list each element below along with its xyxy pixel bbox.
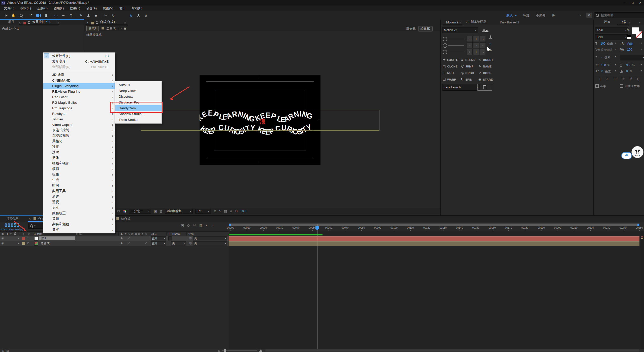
tab-paragraph[interactable]: 段落 xyxy=(601,20,613,25)
layer-name[interactable]: 空 1 xyxy=(39,236,75,240)
tab-duik-bassel-1[interactable]: Duik Bassel.1 xyxy=(497,21,522,25)
layer-trkmat-dropdown[interactable]: 无▾ xyxy=(171,241,186,245)
nav-forward-icon[interactable]: › xyxy=(121,26,122,30)
panel-menu-icon[interactable]: ≡ xyxy=(57,21,59,24)
graph-editor-icon[interactable]: ⊿ xyxy=(211,223,214,227)
panel-overflow-icon[interactable]: » xyxy=(639,21,640,24)
roto-brush-tool-icon[interactable]: ✄ xyxy=(103,12,109,18)
motion-button-null[interactable]: ⊡NULL xyxy=(442,71,455,75)
shy-layers-icon[interactable]: ☉ xyxy=(193,223,196,227)
baseline-shift-value[interactable]: 0 xyxy=(601,69,603,73)
fast-previews-icon[interactable]: ∿ xyxy=(219,209,221,213)
world-axis-mode-icon[interactable]: Y xyxy=(135,12,142,18)
menu-item[interactable]: 全部移除(R)Ctrl+Shift+E xyxy=(43,64,115,70)
active-camera-dropdown[interactable]: 活动摄像机▾ xyxy=(165,209,193,214)
eyedropper-icon[interactable]: ✐ xyxy=(626,28,630,31)
region-of-interest-icon[interactable]: ▣ xyxy=(154,209,157,213)
chevron-down-icon[interactable]: ▾ xyxy=(641,48,642,50)
menubar-item[interactable]: 文件(F) xyxy=(1,6,17,11)
submenu-item[interactable]: AutoFill xyxy=(115,82,162,88)
zoom-tool-icon[interactable] xyxy=(18,12,24,18)
layer-mode-dropdown[interactable]: 正常▾ xyxy=(151,241,166,245)
menu-item[interactable]: 扭曲› xyxy=(43,172,115,177)
workspace-overflow-icon[interactable]: » xyxy=(579,13,581,17)
workspace-item[interactable]: 小屏幕 xyxy=(536,13,545,18)
view-layout-dropdown[interactable]: 1个..▾ xyxy=(195,209,211,214)
submenu-item[interactable]: Discotext xyxy=(115,94,162,99)
menu-item[interactable]: 透视› xyxy=(43,199,115,205)
anchor-grid-cell[interactable]: ▫ xyxy=(473,42,479,48)
chevron-down-icon[interactable]: ▾ xyxy=(615,69,616,72)
layer-expand-icon[interactable]: ▸ xyxy=(18,236,20,240)
motion-button-orbit[interactable]: ◎ORBIT xyxy=(460,71,475,75)
anchor-grid-cell[interactable]: ⌐ xyxy=(467,36,473,42)
motion-button-warp[interactable]: ❏WARP xyxy=(442,78,456,81)
camera-tool-icon[interactable] xyxy=(35,12,42,18)
menu-item[interactable]: 过渡› xyxy=(43,144,115,150)
reset-exposure-icon[interactable]: ↻ xyxy=(235,209,238,213)
menubar-item[interactable]: 动画(A) xyxy=(83,6,100,11)
tsume-value[interactable]: 0 xyxy=(626,69,628,73)
menu-item[interactable]: 模糊和锐化› xyxy=(43,161,115,166)
menubar-item[interactable]: 窗口 xyxy=(116,6,129,11)
motion-button-clone[interactable]: ◫CLONE xyxy=(442,64,458,68)
all-caps-button[interactable]: TT xyxy=(613,77,617,81)
vertical-scrollbar[interactable] xyxy=(640,231,644,349)
hindi-digits-checkbox[interactable] xyxy=(620,84,623,88)
selection-tool-icon[interactable]: ➤ xyxy=(3,12,9,18)
faux-italic-button[interactable]: T xyxy=(606,77,608,81)
layer-row[interactable]: ◉▸2总合成♟／◇正常▾无▾@无▾ xyxy=(0,241,229,246)
ligatures-checkbox[interactable] xyxy=(595,84,599,88)
pixel-aspect-correction-icon[interactable]: ⊞ xyxy=(213,209,216,213)
layer-expand-icon[interactable]: ▸ xyxy=(18,241,20,245)
puppet-pin-tool-icon[interactable]: ⚲ xyxy=(110,12,117,18)
rocket-icon[interactable] xyxy=(489,35,493,41)
layer-color-swatch[interactable] xyxy=(22,242,25,245)
layer-duration-bar[interactable] xyxy=(229,241,639,246)
layer-switches-toggle-icon[interactable]: ◫ xyxy=(2,349,4,352)
motion-slider-1[interactable] xyxy=(443,37,464,41)
parent-pickwhip-icon[interactable]: @ xyxy=(189,241,192,244)
horizontal-scrollbar[interactable] xyxy=(265,349,639,351)
chevron-down-icon[interactable]: ▾ xyxy=(615,42,616,44)
menu-item[interactable]: 过时› xyxy=(43,150,115,155)
menu-item[interactable]: 音频› xyxy=(43,216,115,222)
motion-button-name[interactable]: ✎NAME xyxy=(478,64,492,68)
track-area[interactable] xyxy=(229,231,640,349)
task-launch-dropdown[interactable]: Task Launch▾ xyxy=(442,84,479,91)
chevron-down-icon[interactable]: ▾ xyxy=(641,63,642,66)
help-search-box[interactable] xyxy=(594,12,644,18)
rectangle-tool-icon[interactable]: ▭ xyxy=(53,12,59,18)
layer-duration-bar[interactable] xyxy=(229,236,639,241)
menu-item[interactable]: 颜色校正› xyxy=(43,210,115,216)
frame-blend-icon[interactable]: ▥ xyxy=(199,223,202,227)
timeline-button-icon[interactable]: ▤ xyxy=(224,209,227,213)
motion-button-burst[interactable]: ✳BURST xyxy=(478,58,493,62)
layer-quality-icon[interactable]: ／ xyxy=(127,236,130,240)
close-panel-icon[interactable]: ✕ xyxy=(19,21,21,24)
help-search-input[interactable] xyxy=(600,13,639,17)
menu-item[interactable]: 实用工具› xyxy=(43,188,115,194)
menu-item[interactable]: Plugin Everything› xyxy=(43,83,115,89)
layer-parent-dropdown[interactable]: 无▾ xyxy=(193,241,227,245)
anchor-grid-cell[interactable]: | xyxy=(473,36,479,42)
parent-pickwhip-icon[interactable]: @ xyxy=(189,236,192,239)
work-area-end-handle[interactable] xyxy=(637,224,639,226)
menu-item[interactable]: ✓效果控件(E)F3 xyxy=(43,53,115,59)
hand-tool-icon[interactable]: ✋ xyxy=(10,12,17,18)
flowchart-button-icon[interactable]: ♙ xyxy=(230,209,233,213)
panel-menu-icon[interactable]: ≡ xyxy=(459,21,461,24)
workspace-item[interactable]: 标准 xyxy=(523,13,529,18)
motion-button-jump[interactable]: ⋁JUMP xyxy=(460,64,474,68)
delete-task-button[interactable] xyxy=(477,84,492,91)
pen-tool-icon[interactable]: ✒ xyxy=(60,12,67,18)
motion-slider-3[interactable] xyxy=(443,50,464,54)
floating-pill-badge[interactable]: 亮 xyxy=(621,152,632,159)
anchor-grid-cell[interactable]: – xyxy=(480,42,486,48)
layer-trkmat-empty[interactable] xyxy=(168,236,172,240)
menu-item[interactable]: Red Giant› xyxy=(43,94,115,100)
menu-item[interactable]: 杂色和颗粒› xyxy=(43,222,115,227)
tab-effect-controls[interactable]: 效果控件 空1 xyxy=(30,20,53,25)
font-style-dropdown[interactable]: Bold▾ xyxy=(595,34,628,40)
rotate-tool-icon[interactable]: ↺ xyxy=(28,12,34,18)
